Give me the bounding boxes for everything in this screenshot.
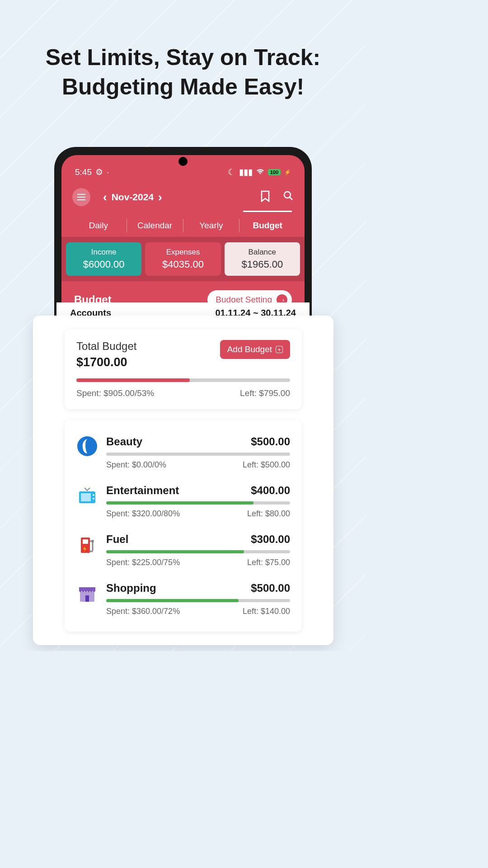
plus-icon: + bbox=[276, 346, 283, 353]
svg-point-8 bbox=[91, 540, 94, 542]
budget-overlay-card: Total Budget $1700.00 Add Budget + Spent… bbox=[33, 316, 333, 645]
hamburger-icon bbox=[77, 194, 85, 200]
category-item[interactable]: Beauty $500.00 Spent: $0.00/0% Left: $50… bbox=[76, 428, 290, 477]
summary-income[interactable]: Income $6000.00 bbox=[66, 242, 141, 276]
status-time: 5:45 bbox=[75, 167, 92, 177]
category-spent: Spent: $320.00/80% bbox=[106, 509, 180, 519]
total-budget-amount: $1700.00 bbox=[76, 355, 136, 369]
category-left: Left: $140.00 bbox=[243, 607, 290, 616]
tab-daily[interactable]: Daily bbox=[70, 214, 127, 237]
summary-balance[interactable]: Balance $1965.00 bbox=[225, 242, 300, 276]
category-amount: $300.00 bbox=[251, 533, 290, 546]
chevron-right-icon: › bbox=[282, 297, 284, 303]
category-left: Left: $75.00 bbox=[247, 558, 290, 567]
marketing-headline: Set Limits, Stay on Track: Budgeting Mad… bbox=[0, 0, 366, 102]
total-budget-left: Left: $795.00 bbox=[240, 388, 290, 398]
moon-icon: ☾ bbox=[228, 167, 235, 177]
shop-icon bbox=[76, 582, 98, 604]
category-name: Entertainment bbox=[106, 484, 179, 497]
search-button[interactable] bbox=[283, 190, 294, 204]
tab-budget[interactable]: Budget bbox=[239, 214, 296, 237]
category-progress bbox=[106, 550, 290, 553]
svg-rect-3 bbox=[81, 493, 91, 501]
summary-balance-label: Balance bbox=[227, 248, 297, 257]
svg-point-0 bbox=[284, 192, 291, 198]
tab-calendar[interactable]: Calendar bbox=[127, 214, 183, 237]
category-spent: Spent: $0.00/0% bbox=[106, 460, 166, 470]
summary-income-label: Income bbox=[69, 248, 139, 257]
beauty-icon bbox=[76, 435, 98, 457]
battery-indicator: 100 bbox=[268, 169, 281, 175]
svg-point-4 bbox=[93, 494, 94, 496]
summary-expenses-value: $4035.00 bbox=[148, 259, 218, 270]
wifi-icon bbox=[256, 167, 264, 177]
month-label[interactable]: Nov-2024 bbox=[112, 192, 154, 203]
category-left: Left: $80.00 bbox=[247, 509, 290, 519]
category-item[interactable]: Entertainment $400.00 Spent: $320.00/80%… bbox=[76, 477, 290, 526]
next-month-button[interactable]: › bbox=[154, 190, 167, 204]
search-icon bbox=[283, 190, 294, 201]
phone-screen: 5:45 ⚙ · ☾ ▮▮▮ 100 ⚡ bbox=[61, 155, 305, 318]
category-amount: $400.00 bbox=[251, 484, 290, 497]
bookmark-icon bbox=[260, 190, 270, 202]
total-budget-card: Total Budget $1700.00 Add Budget + Spent… bbox=[65, 329, 302, 409]
summary-balance-value: $1965.00 bbox=[227, 259, 297, 270]
summary-expenses[interactable]: Expenses $4035.00 bbox=[145, 242, 221, 276]
charging-icon: ⚡ bbox=[284, 169, 291, 175]
category-item[interactable]: Shopping $500.00 Spent: $360.00/72% Left… bbox=[76, 575, 290, 623]
category-progress bbox=[106, 599, 290, 602]
menu-button[interactable] bbox=[72, 188, 90, 206]
svg-rect-10 bbox=[85, 595, 89, 602]
category-item[interactable]: Fuel $300.00 Spent: $225.00/75% Left: $7… bbox=[76, 526, 290, 575]
dot-indicator-icon: · bbox=[107, 167, 109, 177]
app-header: ‹ Nov-2024 › bbox=[61, 184, 305, 214]
svg-rect-7 bbox=[83, 539, 88, 544]
categories-card: Beauty $500.00 Spent: $0.00/0% Left: $50… bbox=[65, 420, 302, 632]
tab-yearly[interactable]: Yearly bbox=[183, 214, 239, 237]
category-left: Left: $500.00 bbox=[243, 460, 290, 470]
category-name: Shopping bbox=[106, 582, 156, 594]
total-budget-label: Total Budget bbox=[76, 340, 136, 353]
svg-point-1 bbox=[77, 436, 97, 456]
category-amount: $500.00 bbox=[251, 435, 290, 448]
category-name: Beauty bbox=[106, 435, 142, 448]
category-progress bbox=[106, 501, 290, 505]
signal-icon: ▮▮▮ bbox=[239, 167, 253, 177]
category-spent: Spent: $225.00/75% bbox=[106, 558, 180, 567]
category-amount: $500.00 bbox=[251, 582, 290, 594]
total-budget-progress bbox=[76, 378, 290, 382]
add-budget-button[interactable]: Add Budget + bbox=[220, 340, 290, 359]
category-progress bbox=[106, 453, 290, 456]
settings-indicator-icon: ⚙ bbox=[95, 167, 103, 177]
total-budget-progress-fill bbox=[76, 378, 190, 382]
prev-month-button[interactable]: ‹ bbox=[99, 190, 112, 204]
tabs-row: Daily Calendar Yearly Budget bbox=[61, 214, 305, 237]
summary-row: Income $6000.00 Expenses $4035.00 Balanc… bbox=[61, 237, 305, 281]
summary-expenses-label: Expenses bbox=[148, 248, 218, 257]
phone-notch bbox=[178, 157, 188, 166]
tv-icon bbox=[76, 484, 98, 506]
category-spent: Spent: $360.00/72% bbox=[106, 607, 180, 616]
phone-frame: 5:45 ⚙ · ☾ ▮▮▮ 100 ⚡ bbox=[54, 147, 312, 318]
summary-income-value: $6000.00 bbox=[69, 259, 139, 270]
total-budget-spent: Spent: $905.00/53% bbox=[76, 388, 154, 398]
fuel-icon bbox=[76, 533, 98, 555]
category-name: Fuel bbox=[106, 533, 128, 546]
bookmark-button[interactable] bbox=[260, 190, 270, 204]
svg-point-5 bbox=[93, 498, 94, 500]
